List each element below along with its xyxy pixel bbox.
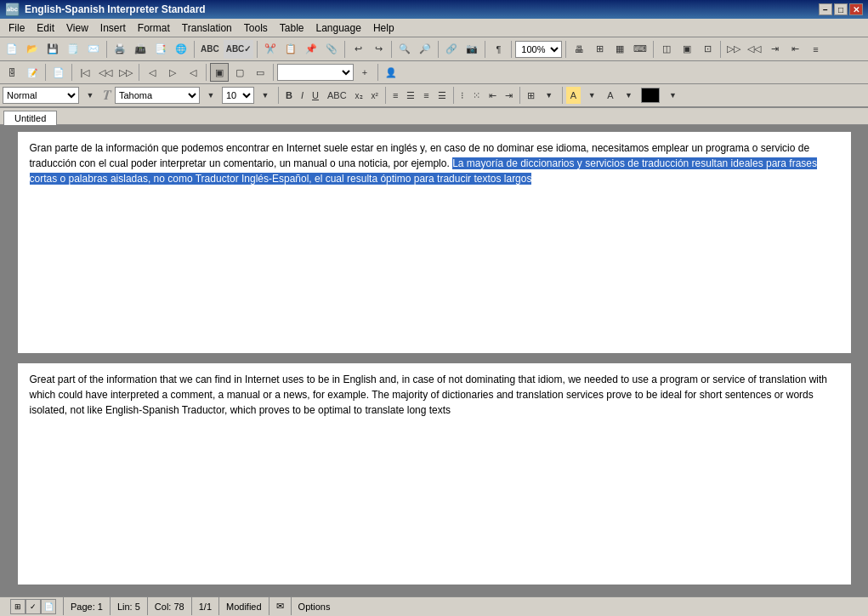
find2-button[interactable]: 🔎	[416, 40, 434, 59]
menu-language[interactable]: Language	[310, 20, 366, 36]
style-select[interactable]: Normal Heading 1 Heading 2	[3, 87, 79, 104]
numbering-button[interactable]: ⁙	[469, 87, 484, 104]
html-button[interactable]: 🌐	[172, 40, 190, 59]
menu-translation[interactable]: Translation	[177, 20, 237, 36]
close-button[interactable]: ✕	[849, 3, 863, 15]
italic-button[interactable]: I	[298, 87, 307, 104]
paste-button[interactable]: 📌	[302, 40, 321, 59]
bookmark-add-button[interactable]: +	[355, 63, 374, 82]
nav-p3[interactable]: ◁	[184, 63, 202, 82]
nav-p1[interactable]: ◁	[143, 63, 162, 82]
border-button[interactable]: ▦	[610, 40, 629, 59]
separator-7	[485, 41, 485, 58]
print-button[interactable]: 🖶	[570, 40, 588, 59]
maximize-button[interactable]: □	[834, 3, 848, 15]
options-status[interactable]: Options	[292, 597, 338, 615]
underline-button[interactable]: U	[309, 87, 322, 104]
strikethrough-button[interactable]: ABC	[324, 87, 350, 104]
status-icon-1[interactable]: ⊞	[10, 599, 26, 614]
font-select[interactable]: Tahoma Arial Times New Roman	[115, 87, 200, 104]
nav-prev-button[interactable]: |◁	[76, 63, 94, 82]
zoom-select[interactable]: 100% 75% 150%	[515, 41, 562, 58]
minimize-button[interactable]: −	[819, 3, 832, 15]
insert-icon-button[interactable]: 📷	[462, 40, 481, 59]
align-a-button[interactable]: ▷▷	[724, 40, 743, 59]
align-justify-button[interactable]: ☰	[434, 87, 450, 104]
view2-button[interactable]: ▣	[678, 40, 696, 59]
status-icon-2[interactable]: ✓	[26, 599, 41, 614]
fontcolor-dropdown[interactable]: ▼	[619, 86, 638, 105]
fax-button[interactable]: 📠	[131, 40, 150, 59]
menu-tools[interactable]: Tools	[239, 20, 273, 36]
font-dropdown-arrow[interactable]: ▼	[201, 86, 220, 105]
superscript-button[interactable]: x²	[368, 87, 382, 104]
save-button[interactable]: 💾	[43, 40, 62, 59]
user-icon-button[interactable]: 👤	[382, 63, 400, 82]
outdent-button[interactable]: ⇤	[786, 40, 804, 59]
table-dropdown-arrow[interactable]: ▼	[540, 86, 559, 105]
export-pdf-button[interactable]: 📑	[151, 40, 170, 59]
view-box1-button[interactable]: ▣	[210, 63, 229, 82]
menu-edit[interactable]: Edit	[31, 20, 60, 36]
table-insert-button[interactable]: ⊞	[524, 87, 538, 104]
bullets-button[interactable]: ⁝	[457, 87, 468, 104]
menu-insert[interactable]: Insert	[95, 20, 131, 36]
indent-button[interactable]: ⇥	[765, 40, 784, 59]
nonprint-button[interactable]: ¶	[489, 40, 508, 59]
form-button[interactable]: 📝	[23, 63, 42, 82]
email-button[interactable]: ✉️	[84, 40, 103, 59]
view3-button[interactable]: ⊡	[698, 40, 717, 59]
spellcheck-button[interactable]: ABC✓	[224, 40, 254, 59]
fontcolor-button[interactable]: A	[603, 87, 617, 104]
spell-button[interactable]: ABC	[198, 40, 222, 59]
view-box3-button[interactable]: ▭	[251, 63, 269, 82]
modified-status: Modified	[219, 597, 269, 615]
document-tab-untitled[interactable]: Untitled	[3, 111, 57, 125]
nav-next2-button[interactable]: ▷▷	[116, 63, 135, 82]
menu-file[interactable]: File	[3, 20, 30, 36]
spanish-document-pane[interactable]: Gran parte de la información que podemos…	[18, 132, 851, 353]
status-icon-3[interactable]: 📄	[41, 599, 56, 614]
bold-button[interactable]: B	[282, 87, 296, 104]
color-swatch[interactable]	[641, 88, 660, 103]
align-center-button[interactable]: ☰	[403, 87, 418, 104]
cols-button[interactable]: ⊞	[590, 40, 609, 59]
style-dropdown-arrow[interactable]: ▼	[81, 86, 99, 105]
align-b-button[interactable]: ◁◁	[745, 40, 763, 59]
view1-button[interactable]: ◫	[657, 40, 676, 59]
view-page-button[interactable]: 📄	[49, 63, 68, 82]
char-button[interactable]: ⌨	[631, 40, 650, 59]
link-button[interactable]: 🔗	[442, 40, 461, 59]
redo-button[interactable]: ↪	[369, 40, 388, 59]
menu-format[interactable]: Format	[133, 20, 175, 36]
font-size-select[interactable]: 10 8 12 14	[222, 87, 254, 104]
find-button[interactable]: 🔍	[395, 40, 414, 59]
print-preview-button[interactable]: 🖨️	[111, 40, 129, 59]
save-as-button[interactable]: 🗒️	[64, 40, 82, 59]
indent-dec-button[interactable]: ⇤	[485, 87, 500, 104]
undo-button[interactable]: ↩	[349, 40, 367, 59]
bookmark-select[interactable]: Bookmark	[277, 64, 354, 81]
english-document-pane[interactable]: Great part of the information that we ca…	[18, 363, 851, 585]
copy-button[interactable]: 📋	[281, 40, 300, 59]
highlight-dropdown[interactable]: ▼	[582, 86, 601, 105]
menu-view[interactable]: View	[61, 20, 94, 36]
more-button[interactable]: ≡	[806, 40, 825, 59]
paste-special-button[interactable]: 📎	[322, 40, 341, 59]
menu-help[interactable]: Help	[368, 20, 400, 36]
db-button[interactable]: 🗄	[3, 63, 21, 82]
color-dropdown[interactable]: ▼	[663, 86, 682, 105]
align-left-button[interactable]: ≡	[389, 87, 401, 104]
subscript-button[interactable]: x₂	[352, 87, 366, 104]
align-right-button[interactable]: ≡	[420, 87, 432, 104]
size-dropdown-arrow[interactable]: ▼	[256, 86, 275, 105]
nav-prev2-button[interactable]: ◁◁	[96, 63, 115, 82]
indent-inc-button[interactable]: ⇥	[502, 87, 516, 104]
new-button[interactable]: 📄	[3, 40, 21, 59]
cut-button[interactable]: ✂️	[261, 40, 280, 59]
nav-p2[interactable]: ▷	[163, 63, 182, 82]
menu-table[interactable]: Table	[275, 20, 309, 36]
open-button[interactable]: 📂	[23, 40, 42, 59]
view-box2-button[interactable]: ▢	[230, 63, 249, 82]
highlight-button[interactable]: A	[566, 87, 581, 104]
